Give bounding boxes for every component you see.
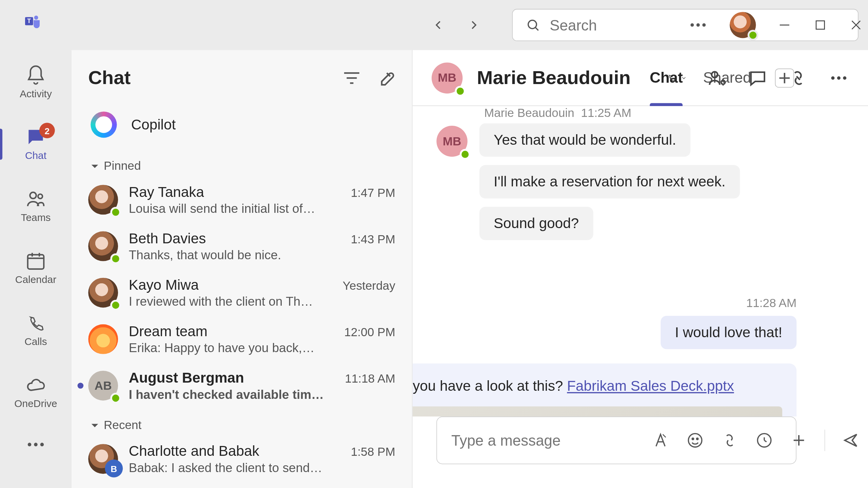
conversation-header: MB Marie Beaudouin Chat Shared — [413, 50, 868, 106]
message-bubble[interactable]: Yes that would be wonderful. — [479, 123, 690, 157]
copilot-button[interactable] — [788, 68, 808, 88]
conversation-title[interactable]: Marie Beaudouin — [477, 67, 631, 89]
settings-more-button[interactable] — [688, 15, 708, 35]
chat-list-item[interactable]: BCharlotte and Babak1:58 PMBabak: I aske… — [76, 435, 407, 482]
svg-point-19 — [721, 80, 725, 84]
chat-avatar — [88, 278, 118, 307]
svg-point-5 — [696, 23, 700, 27]
rail-label: Calls — [24, 336, 47, 348]
rail-more[interactable] — [0, 431, 72, 460]
chat-list-item[interactable]: ABAugust Bergman11:18 AMI haven't checke… — [76, 362, 407, 409]
chat-list-panel: Chat Copilot Pinned Ray Tanaka1:47 PMLou… — [72, 50, 413, 488]
divider — [825, 430, 825, 451]
unread-badge: 2 — [39, 123, 55, 138]
outgoing-message-group: 11:28 AM I would love that! Oh btw Marie… — [436, 296, 796, 416]
rail-calls[interactable]: Calls — [0, 307, 72, 353]
chat-list-item[interactable]: Beth Davies1:43 PMThanks, that would be … — [76, 223, 407, 269]
nav-back-button[interactable] — [431, 18, 445, 32]
chat-item-time: 1:58 PM — [351, 445, 395, 459]
copilot-chat-item[interactable]: Copilot — [76, 100, 407, 150]
chat-item-time: 11:18 AM — [345, 372, 395, 385]
svg-rect-7 — [816, 21, 825, 29]
svg-point-8 — [30, 192, 36, 198]
window-close-button[interactable] — [849, 18, 863, 32]
calendar-icon — [25, 250, 46, 271]
chat-list-item[interactable]: Ray Tanaka1:47 PMLouisa will send the in… — [76, 176, 407, 223]
attachment-intro: Oh btw Marie, could you have a look at t… — [413, 378, 782, 394]
messages-scroll-area[interactable]: Marie Beaudouin 11:25 AM MB Yes that wou… — [413, 106, 868, 416]
open-chat-window-button[interactable] — [748, 68, 768, 88]
caret-down-icon — [91, 421, 99, 429]
svg-point-13 — [40, 443, 44, 446]
svg-point-2 — [34, 16, 38, 20]
people-icon — [25, 188, 46, 210]
message-meta: Marie Beaudouin 11:25 AM — [436, 106, 796, 120]
new-chat-button[interactable] — [375, 68, 395, 88]
chat-item-preview: Babak: I asked the client to send… — [129, 461, 395, 475]
svg-point-22 — [843, 76, 846, 79]
attach-add-button[interactable] — [790, 431, 808, 449]
emoji-button[interactable] — [686, 431, 704, 449]
message-time: 11:28 AM — [746, 296, 796, 310]
svg-point-4 — [690, 23, 694, 27]
rail-label: OneDrive — [14, 398, 57, 410]
bell-icon — [25, 64, 46, 86]
call-button[interactable] — [667, 68, 687, 88]
chat-list-title: Chat — [88, 67, 329, 89]
attachment-preview[interactable]: 01 Digital Marketing Online Campaign 01 … — [413, 406, 782, 416]
nav-forward-button[interactable] — [467, 18, 481, 32]
message-input[interactable] — [451, 432, 640, 449]
message-bubble[interactable]: I'll make a reservation for next week. — [479, 165, 740, 198]
chat-item-preview: Louisa will send the initial list of… — [129, 201, 395, 216]
copilot-icon — [91, 111, 117, 138]
title-bar: T — [0, 0, 868, 50]
section-recent[interactable]: Recent — [76, 409, 407, 435]
message-bubble[interactable]: I would love that! — [660, 316, 796, 349]
caret-down-icon — [91, 162, 99, 170]
rail-chat[interactable]: 2 Chat — [0, 122, 72, 167]
presence-available-icon — [460, 149, 471, 160]
chat-item-time: 12:00 PM — [344, 325, 395, 339]
add-people-button[interactable] — [707, 68, 727, 88]
chat-item-name: Kayo Miwa — [129, 277, 199, 293]
svg-text:T: T — [27, 18, 31, 24]
chat-list-item[interactable]: Dream team12:00 PMErika: Happy to have y… — [76, 316, 407, 362]
attachment-card: Oh btw Marie, could you have a look at t… — [413, 364, 796, 416]
rail-calendar[interactable]: Calendar — [0, 245, 72, 291]
rail-label: Activity — [20, 88, 52, 100]
profile-avatar[interactable] — [730, 12, 756, 38]
svg-point-28 — [692, 438, 693, 440]
window-minimize-button[interactable] — [777, 18, 792, 32]
chat-avatar — [88, 185, 118, 215]
sender-avatar[interactable]: MB — [436, 126, 467, 157]
attachment-link[interactable]: Fabrikam Sales Deck.pptx — [567, 378, 734, 394]
more-options-button[interactable] — [829, 68, 849, 88]
chat-list-item[interactable]: ECEmiliano Ceballos1:55 PM😂😂 — [76, 482, 407, 488]
rail-teams[interactable]: Teams — [0, 184, 72, 229]
rail-activity[interactable]: Activity — [0, 60, 72, 105]
chat-avatar: AB — [88, 371, 118, 401]
section-pinned[interactable]: Pinned — [76, 149, 407, 176]
rail-onedrive[interactable]: OneDrive — [0, 369, 72, 415]
chat-item-time: 1:47 PM — [351, 186, 395, 200]
chat-item-name: Ray Tanaka — [129, 184, 204, 200]
svg-point-3 — [528, 20, 537, 29]
format-button[interactable] — [652, 431, 670, 449]
filter-button[interactable] — [341, 68, 362, 88]
message-bubble[interactable]: Sound good? — [479, 207, 593, 240]
svg-point-11 — [28, 443, 32, 446]
more-icon — [25, 434, 46, 455]
rail-label: Teams — [21, 212, 51, 224]
record-button[interactable] — [755, 431, 773, 449]
loop-button[interactable] — [721, 431, 739, 449]
message-composer[interactable] — [436, 416, 796, 464]
presence-available-icon — [748, 30, 758, 41]
chat-item-preview: Erika: Happy to have you back,… — [129, 341, 395, 355]
chat-item-name: Beth Davies — [129, 230, 206, 247]
send-button[interactable] — [842, 431, 860, 449]
window-maximize-button[interactable] — [813, 18, 827, 32]
chat-item-time: 1:43 PM — [351, 232, 395, 246]
chat-list-item[interactable]: Kayo MiwaYesterdayI reviewed with the cl… — [76, 269, 407, 316]
contact-avatar[interactable]: MB — [432, 62, 462, 93]
chat-avatar: B — [88, 444, 118, 474]
